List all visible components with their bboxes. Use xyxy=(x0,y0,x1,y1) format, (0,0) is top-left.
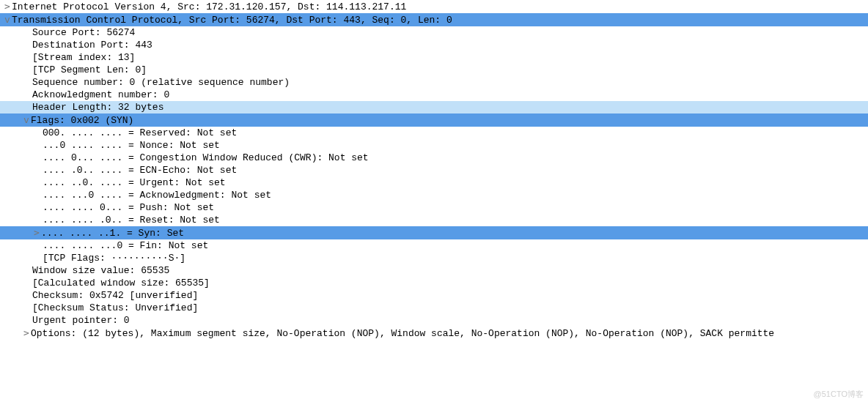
flag-ecn-row[interactable]: .... .0.. .... = ECN-Echo: Not set xyxy=(0,164,868,176)
flag-push-text: .... .... 0... = Push: Not set xyxy=(43,202,214,213)
stream-index-text: [Stream index: 13] xyxy=(32,52,135,63)
chevron-right-icon[interactable] xyxy=(3,0,12,12)
sequence-number-text: Sequence number: 0 (relative sequence nu… xyxy=(32,77,290,88)
chevron-right-icon[interactable] xyxy=(22,327,31,339)
tcp-header-row[interactable]: Transmission Control Protocol, Src Port:… xyxy=(0,13,868,26)
flag-syn-row[interactable]: .... .... ..1. = Syn: Set xyxy=(0,226,868,239)
flag-ecn-text: .... .0.. .... = ECN-Echo: Not set xyxy=(43,165,237,176)
ip-header-row[interactable]: Internet Protocol Version 4, Src: 172.31… xyxy=(0,0,868,13)
dest-port-row[interactable]: Destination Port: 443 xyxy=(0,39,868,51)
flag-reset-text: .... .... .0.. = Reset: Not set xyxy=(43,215,220,226)
flag-ack-text: .... ...0 .... = Acknowledgment: Not set xyxy=(43,190,271,201)
urgent-pointer-row[interactable]: Urgent pointer: 0 xyxy=(0,314,868,327)
flag-fin-row[interactable]: .... .... ...0 = Fin: Not set xyxy=(0,239,868,252)
tcp-seg-len-row[interactable]: [TCP Segment Len: 0] xyxy=(0,64,868,76)
tcp-flags-string-row[interactable]: [TCP Flags: ··········S·] xyxy=(0,252,868,264)
flag-cwr-row[interactable]: .... 0... .... = Congestion Window Reduc… xyxy=(0,152,868,164)
tcp-seg-len-text: [TCP Segment Len: 0] xyxy=(32,64,147,75)
options-text: Options: (12 bytes), Maximum segment siz… xyxy=(31,328,774,339)
checksum-status-row[interactable]: [Checksum Status: Unverified] xyxy=(0,302,868,314)
ack-number-row[interactable]: Acknowledgment number: 0 xyxy=(0,89,868,101)
checksum-row[interactable]: Checksum: 0x5742 [unverified] xyxy=(0,289,868,302)
flag-push-row[interactable]: .... .... 0... = Push: Not set xyxy=(0,201,868,214)
source-port-row[interactable]: Source Port: 56274 xyxy=(0,26,868,39)
ip-header-text: Internet Protocol Version 4, Src: 172.31… xyxy=(12,1,406,12)
flag-urgent-row[interactable]: .... ..0. .... = Urgent: Not set xyxy=(0,176,868,189)
dest-port-text: Destination Port: 443 xyxy=(32,40,152,51)
source-port-text: Source Port: 56274 xyxy=(32,27,135,38)
ack-number-text: Acknowledgment number: 0 xyxy=(32,89,169,100)
urgent-pointer-text: Urgent pointer: 0 xyxy=(32,315,130,326)
header-length-row[interactable]: Header Length: 32 bytes xyxy=(0,101,868,113)
options-row[interactable]: Options: (12 bytes), Maximum segment siz… xyxy=(0,327,868,340)
flag-fin-text: .... .... ...0 = Fin: Not set xyxy=(43,240,208,251)
flag-nonce-row[interactable]: ...0 .... .... = Nonce: Not set xyxy=(0,139,868,152)
flag-syn-text: .... .... ..1. = Syn: Set xyxy=(41,228,184,239)
calc-window-text: [Calculated window size: 65535] xyxy=(32,278,210,289)
sequence-number-row[interactable]: Sequence number: 0 (relative sequence nu… xyxy=(0,76,868,89)
header-length-text: Header Length: 32 bytes xyxy=(32,102,163,113)
checksum-status-text: [Checksum Status: Unverified] xyxy=(32,302,198,313)
flag-reserved-text: 000. .... .... = Reserved: Not set xyxy=(43,127,237,138)
window-size-text: Window size value: 65535 xyxy=(32,265,169,276)
stream-index-row[interactable]: [Stream index: 13] xyxy=(0,51,868,64)
chevron-down-icon[interactable] xyxy=(3,13,12,26)
flag-reserved-row[interactable]: 000. .... .... = Reserved: Not set xyxy=(0,127,868,139)
chevron-down-icon[interactable] xyxy=(22,113,31,126)
flag-cwr-text: .... 0... .... = Congestion Window Reduc… xyxy=(43,152,369,163)
calc-window-row[interactable]: [Calculated window size: 65535] xyxy=(0,277,868,289)
flag-ack-row[interactable]: .... ...0 .... = Acknowledgment: Not set xyxy=(0,189,868,201)
window-size-row[interactable]: Window size value: 65535 xyxy=(0,264,868,277)
flag-urgent-text: .... ..0. .... = Urgent: Not set xyxy=(43,177,226,188)
flag-reset-row[interactable]: .... .... .0.. = Reset: Not set xyxy=(0,214,868,226)
tcp-header-text: Transmission Control Protocol, Src Port:… xyxy=(12,15,452,26)
flags-header-text: Flags: 0x002 (SYN) xyxy=(31,115,133,126)
flag-nonce-text: ...0 .... .... = Nonce: Not set xyxy=(43,140,220,151)
checksum-text: Checksum: 0x5742 [unverified] xyxy=(32,290,198,301)
flags-header-row[interactable]: Flags: 0x002 (SYN) xyxy=(0,113,868,127)
tcp-flags-string-text: [TCP Flags: ··········S·] xyxy=(43,253,185,264)
chevron-right-icon[interactable] xyxy=(32,226,41,239)
